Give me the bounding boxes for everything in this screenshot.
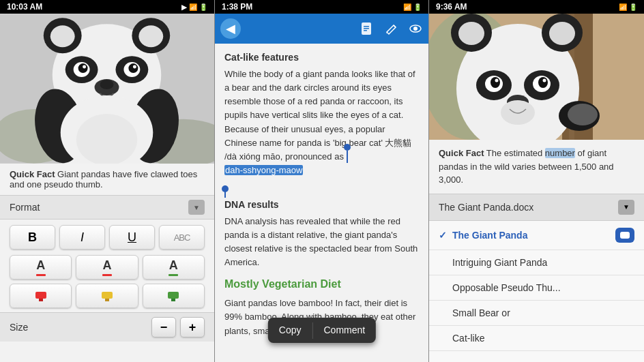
svg-point-15 (83, 65, 86, 69)
selection-handle-right (224, 185, 226, 198)
status-bar-2: 1:38 PM 📶 🔋 (215, 0, 428, 14)
size-decrease[interactable]: − (151, 317, 176, 337)
highlight-yellow[interactable] (76, 284, 138, 308)
copy-button[interactable]: Copy (268, 318, 312, 343)
quick-fact-label-3: Quick Fact (439, 148, 484, 158)
status-icons-1: ▶ 📶 🔋 (181, 3, 207, 11)
panel-formatting: 10:03 AM ▶ 📶 🔋 (0, 0, 215, 362)
doc-item-label-0: The Giant Panda (452, 230, 527, 241)
article-content: Cat-like features While the body of a gi… (215, 44, 428, 362)
svg-point-53 (501, 100, 535, 125)
selected-text: dah-sshyong-maow (224, 165, 303, 175)
svg-rect-26 (105, 299, 109, 301)
text-color-green[interactable]: A (143, 255, 205, 280)
highlight-row (0, 284, 214, 312)
dropdown-arrow-icon[interactable]: ▼ (618, 200, 634, 215)
underline-button[interactable]: U (109, 225, 155, 250)
svg-rect-23 (35, 292, 46, 299)
section-cat-text: While the body of a giant panda looks li… (224, 67, 419, 177)
doc-item-0[interactable]: ✓ The Giant Panda (429, 221, 644, 250)
svg-point-22 (76, 114, 138, 164)
svg-rect-32 (364, 30, 367, 31)
highlight-red[interactable] (10, 284, 72, 308)
section-dna-title: DNA results (224, 198, 419, 212)
highlight-word: number (545, 148, 575, 158)
status-bar-3: 9:36 AM 📶 🔋 (429, 0, 644, 14)
svg-point-8 (138, 25, 163, 47)
doc-dropdown[interactable]: The Giant Panda.docx ▼ (429, 194, 644, 221)
svg-rect-27 (168, 292, 179, 299)
abc-button[interactable]: ABC (159, 225, 205, 250)
svg-point-43 (549, 22, 575, 45)
popup-menu: CopyComment (268, 318, 376, 343)
svg-point-14 (128, 63, 138, 73)
svg-point-49 (538, 77, 548, 88)
quick-fact-1: Quick Fact Giant pandas have five clawed… (0, 164, 214, 195)
back-button[interactable]: ◀ (220, 18, 241, 39)
toolbar-2: ◀ (215, 14, 428, 44)
doc-item-label-1: Intriguing Giant Panda (452, 257, 547, 268)
selection-popup: dah-sshyong-maow (224, 164, 303, 177)
doc-name: The Giant Panda.docx (439, 202, 533, 213)
doc-item-2[interactable]: Opposable Pseudo Thu... (429, 275, 644, 301)
status-bar-1: 10:03 AM ▶ 📶 🔋 (0, 0, 214, 14)
svg-rect-24 (39, 299, 43, 301)
doc-item-label-3: Small Bear or (452, 307, 510, 318)
section-dna-text: DNA analysis has revealed that while the… (224, 215, 419, 270)
doc-item-label-2: Opposable Pseudo Thu... (452, 282, 561, 293)
svg-point-34 (413, 27, 418, 31)
doc-item-1[interactable]: Intriguing Giant Panda (429, 250, 644, 275)
svg-point-7 (50, 25, 75, 47)
svg-rect-30 (364, 26, 369, 27)
svg-point-50 (495, 79, 499, 82)
doc-item-label-4: Cat-like (452, 333, 484, 344)
comment-button[interactable]: Comment (313, 318, 377, 343)
size-increase[interactable]: + (180, 317, 205, 337)
text-color-red[interactable]: A (10, 255, 72, 280)
svg-rect-28 (171, 299, 175, 301)
svg-point-51 (543, 79, 546, 82)
edit-icon[interactable] (383, 21, 398, 36)
format-header: Format ▼ (0, 195, 214, 220)
chat-badge (615, 228, 634, 243)
svg-point-13 (78, 63, 88, 73)
page-icon[interactable] (359, 21, 374, 36)
svg-point-55 (568, 104, 598, 125)
svg-point-48 (491, 77, 500, 88)
svg-point-18 (100, 80, 114, 89)
italic-button[interactable]: I (59, 225, 105, 250)
panel-article: 1:38 PM 📶 🔋 ◀ Cat-like features While th… (215, 0, 429, 362)
svg-rect-25 (102, 292, 113, 299)
time-2: 1:38 PM (222, 2, 252, 12)
time-1: 10:03 AM (7, 2, 42, 12)
panel-doc-list: 9:36 AM 📶 🔋 (429, 0, 644, 362)
section-veg-title: Mostly Vegetarian Diet (224, 276, 419, 292)
size-row: Size − + (0, 312, 214, 342)
status-icons-3: 📶 🔋 (619, 3, 637, 11)
color-row: A A A (0, 255, 214, 284)
svg-point-16 (133, 65, 136, 69)
svg-point-42 (458, 22, 484, 45)
svg-rect-31 (364, 28, 369, 29)
highlight-green[interactable] (143, 284, 205, 308)
time-3: 9:36 AM (436, 2, 467, 12)
format-dropdown[interactable]: ▼ (188, 200, 205, 215)
quick-fact-label-1: Quick Fact (10, 169, 55, 179)
doc-item-4[interactable]: Cat-like (429, 326, 644, 351)
doc-item-3[interactable]: Small Bear or (429, 301, 644, 326)
section-cat-title: Cat-like features (224, 50, 419, 65)
quick-fact-text-3: The estimated (484, 148, 544, 158)
eye-icon[interactable] (408, 21, 423, 36)
format-label: Format (10, 202, 40, 213)
panda-image-1 (0, 14, 214, 164)
panda-image-3 (429, 14, 644, 140)
bold-button[interactable]: B (10, 225, 55, 250)
text-color-red-2[interactable]: A (76, 255, 138, 280)
quick-fact-3: Quick Fact The estimated number of giant… (429, 140, 644, 194)
size-label: Size (10, 322, 28, 333)
doc-list: ✓ The Giant Panda Intriguing Giant Panda… (429, 221, 644, 363)
check-icon-0: ✓ (439, 230, 452, 241)
format-grid: B I U ABC (0, 220, 214, 255)
status-icons-2: 📶 🔋 (403, 3, 422, 11)
size-buttons: − + (151, 317, 205, 337)
